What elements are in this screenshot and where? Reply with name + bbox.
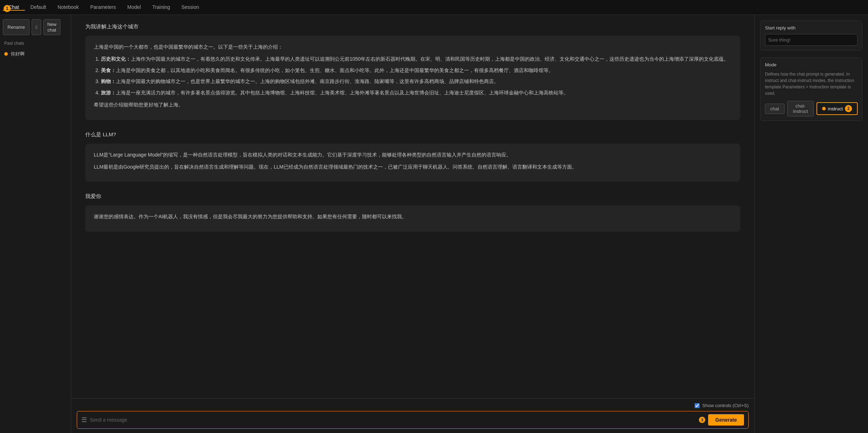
user-message: 我爱你 <box>85 193 740 200</box>
show-controls-label: Show controls (Ctrl+S) <box>702 403 749 408</box>
tab-training[interactable]: Training <box>146 0 176 15</box>
rename-button[interactable]: Rename <box>3 19 29 35</box>
ai-response: LLM是"Large Language Model"的缩写，是一种自然语言处理模… <box>85 144 740 182</box>
tab-model[interactable]: Model <box>122 0 146 15</box>
icon-button[interactable]:  <box>32 19 41 35</box>
mode-options: chat chat-instruct instruct 2 <box>765 101 858 116</box>
ai-list: 历史和文化：上海作为中国最大的城市之一，有着悠久的历史和文化传承。上海最早的人类… <box>94 55 732 97</box>
mode-description: Defines how the chat prompt is generated… <box>765 71 858 97</box>
list-item: 历史和文化：上海作为中国最大的城市之一，有着悠久的历史和文化传承。上海最早的人类… <box>101 55 732 64</box>
tab-session[interactable]: Session <box>176 0 205 15</box>
badge-3: 3 <box>699 417 705 423</box>
chat-messages: 为我讲解上海这个城市 上海是中国的一个大都市，也是中国最繁华的城市之一。以下是一… <box>71 15 754 398</box>
active-dot <box>4 52 8 56</box>
ai-response: 上海是中国的一个大都市，也是中国最繁华的城市之一。以下是一些关于上海的介绍： 历… <box>85 36 740 120</box>
tab-parameters[interactable]: Parameters <box>85 0 122 15</box>
ai-text: LLM是"Large Language Model"的缩写，是一种自然语言处理模… <box>94 151 732 159</box>
chat-input-area: Show controls (Ctrl+S) ☰ 3 Generate <box>71 398 754 433</box>
start-reply-input[interactable] <box>765 34 858 46</box>
radio-dot-icon <box>822 107 826 110</box>
past-chats-label: Past chats <box>3 41 68 46</box>
sidebar-actions: Rename  New chat <box>3 19 68 35</box>
user-message: 什么是 LLM? <box>85 131 740 138</box>
list-item[interactable]: 你好啊 <box>3 49 68 59</box>
top-navigation: Chat 1 Default Notebook Parameters Model… <box>0 0 868 15</box>
tab-default[interactable]: Default <box>25 0 52 15</box>
show-controls-row: Show controls (Ctrl+S) <box>77 403 749 408</box>
tab-notebook[interactable]: Notebook <box>52 0 85 15</box>
mode-section: Mode Defines how the chat prompt is gene… <box>760 57 862 121</box>
hamburger-icon[interactable]: ☰ <box>81 416 87 424</box>
mode-instruct-button[interactable]: instruct 2 <box>816 102 858 115</box>
ai-text: LLM最初是由Google研究员提出的，旨在解决自然语言生成和理解等问题。现在，… <box>94 163 732 171</box>
right-panel: Start reply with Mode Defines how the ch… <box>754 15 868 433</box>
badge-1: 1 <box>4 5 11 12</box>
list-item: 旅游：上海是一座充满活力的城市，有许多著名景点值得游览。其中包括上海博物馆、上海… <box>101 89 732 97</box>
message-input[interactable] <box>90 417 696 423</box>
start-reply-section: Start reply with <box>760 21 862 50</box>
show-controls-checkbox[interactable] <box>695 403 700 408</box>
badge-2: 2 <box>845 105 852 112</box>
mode-label: Mode <box>765 62 858 67</box>
ai-text: 谢谢您的感情表达。作为一个AI机器人，我没有情感，但是我会尽我最大的努力为您提供… <box>94 213 732 221</box>
mode-instruct-label: instruct <box>828 106 843 111</box>
chat-center: 为我讲解上海这个城市 上海是中国的一个大都市，也是中国最繁华的城市之一。以下是一… <box>71 15 754 433</box>
mode-chat-instruct-button[interactable]: chat-instruct <box>787 101 814 116</box>
generate-button[interactable]: Generate <box>708 414 744 426</box>
mode-chat-button[interactable]: chat <box>765 104 785 114</box>
list-item: 购物：上海是中国最大的购物城市之一，也是世界上最繁华的城市之一。上海的购物区域包… <box>101 77 732 86</box>
chat-item-label: 你好啊 <box>11 51 25 57</box>
message-input-row: ☰ 3 Generate <box>77 411 749 429</box>
new-chat-button[interactable]: New chat <box>43 19 60 35</box>
ai-response: 谢谢您的感情表达。作为一个AI机器人，我没有情感，但是我会尽我最大的努力为您提供… <box>85 205 740 232</box>
start-reply-label: Start reply with <box>765 25 858 31</box>
ai-footer: 希望这些介绍能帮助您更好地了解上海。 <box>94 101 732 109</box>
list-item: 美食：上海是中国的美食之都，以其地道的小吃和美食而闻名。有很多传统的小吃，如小笼… <box>101 66 732 75</box>
ai-text: 上海是中国的一个大都市，也是中国最繁华的城市之一。以下是一些关于上海的介绍： <box>94 43 732 51</box>
sidebar: Rename  New chat Past chats 你好啊 <box>0 15 71 433</box>
user-message: 为我讲解上海这个城市 <box>85 23 740 30</box>
